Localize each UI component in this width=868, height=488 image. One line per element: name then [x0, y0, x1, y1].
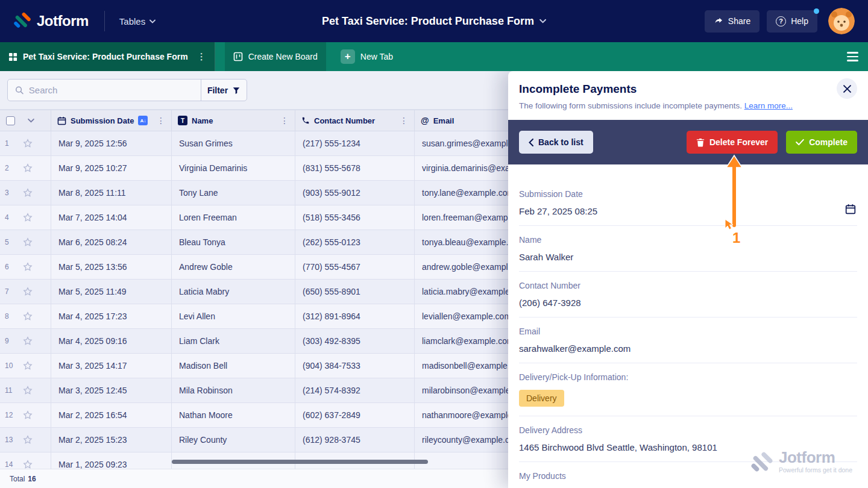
- tab-active-board[interactable]: Pet Taxi Service: Product Purchase Form …: [0, 42, 215, 71]
- cell-contact-number[interactable]: (312) 891-8964: [295, 304, 415, 328]
- cell-contact-number[interactable]: (612) 928-3745: [295, 428, 415, 452]
- cell-submission-date[interactable]: Mar 2, 2025 15:23: [51, 428, 172, 452]
- cell-name[interactable]: Levi Allen: [172, 304, 295, 328]
- cell-submission-date[interactable]: Mar 7, 2025 14:04: [51, 205, 172, 230]
- back-to-list-button[interactable]: Back to list: [519, 131, 593, 154]
- jotform-logo[interactable]: Jotform: [13, 11, 89, 31]
- column-kebab-icon[interactable]: ⋮: [400, 116, 408, 125]
- cell-submission-date[interactable]: Mar 9, 2025 12:56: [51, 131, 172, 155]
- cell-submission-date[interactable]: Mar 5, 2025 11:49: [51, 280, 172, 304]
- cell-submission-date[interactable]: Mar 1, 2025 09:23: [51, 452, 172, 469]
- row-select-cell[interactable]: 12: [0, 403, 51, 427]
- star-icon[interactable]: [23, 213, 33, 222]
- row-select-cell[interactable]: 6: [0, 255, 51, 279]
- star-icon[interactable]: [23, 311, 33, 321]
- close-panel-button[interactable]: [837, 78, 857, 99]
- cell-contact-number[interactable]: (262) 555-0123: [295, 230, 415, 254]
- row-select-cell[interactable]: 9: [0, 329, 51, 353]
- tab-list-menu-button[interactable]: [837, 42, 868, 71]
- column-kebab-icon[interactable]: ⋮: [157, 116, 165, 125]
- delivery-badge[interactable]: Delivery: [519, 390, 564, 407]
- cell-name[interactable]: Liam Clark: [172, 329, 295, 353]
- cell-name[interactable]: Nathan Moore: [172, 403, 295, 427]
- form-title[interactable]: Pet Taxi Service: Product Purchase Form: [322, 15, 546, 28]
- row-select-cell[interactable]: 4: [0, 205, 51, 230]
- search-input[interactable]: [29, 85, 193, 95]
- row-select-cell[interactable]: 3: [0, 181, 51, 205]
- field-value[interactable]: sarahwalker@example.com: [519, 343, 857, 354]
- cell-submission-date[interactable]: Mar 8, 2025 11:11: [51, 181, 172, 205]
- cell-submission-date[interactable]: Mar 5, 2025 13:56: [51, 255, 172, 279]
- cell-name[interactable]: Virginia Demarinis: [172, 156, 295, 180]
- star-icon[interactable]: [23, 163, 33, 173]
- cell-name[interactable]: Madison Bell: [172, 354, 295, 378]
- tab-menu-kebab-icon[interactable]: ⋮: [197, 51, 206, 62]
- star-icon[interactable]: [23, 361, 33, 371]
- calendar-icon[interactable]: [845, 204, 856, 217]
- field-value[interactable]: (206) 647-3928: [519, 298, 857, 308]
- star-icon[interactable]: [23, 262, 33, 272]
- cell-name[interactable]: Loren Freeman: [172, 205, 295, 230]
- cell-contact-number[interactable]: (770) 555-4567: [295, 255, 415, 279]
- cell-name[interactable]: Susan Grimes: [172, 131, 295, 155]
- column-header-contact-number[interactable]: Contact Number ⋮: [295, 110, 415, 131]
- row-select-cell[interactable]: 2: [0, 156, 51, 180]
- row-select-cell[interactable]: 8: [0, 304, 51, 328]
- create-new-board-button[interactable]: Create New Board: [225, 42, 326, 71]
- row-select-cell[interactable]: 7: [0, 280, 51, 304]
- learn-more-link[interactable]: Learn more...: [744, 101, 793, 110]
- cell-submission-date[interactable]: Mar 3, 2025 12:45: [51, 378, 172, 402]
- cell-submission-date[interactable]: Mar 9, 2025 10:27: [51, 156, 172, 180]
- cell-contact-number[interactable]: (904) 384-7533: [295, 354, 415, 378]
- cell-name[interactable]: Riley County: [172, 428, 295, 452]
- row-select-cell[interactable]: 14: [0, 452, 51, 469]
- star-icon[interactable]: [23, 435, 33, 445]
- cell-submission-date[interactable]: Mar 4, 2025 09:16: [51, 329, 172, 353]
- cell-contact-number[interactable]: (650) 555-8901: [295, 280, 415, 304]
- star-icon[interactable]: [23, 188, 33, 198]
- star-icon[interactable]: [23, 336, 33, 346]
- column-header-name[interactable]: T Name ⋮: [172, 110, 295, 131]
- user-avatar[interactable]: [828, 8, 855, 34]
- star-icon[interactable]: [23, 287, 33, 296]
- cell-contact-number[interactable]: (214) 574-8392: [295, 378, 415, 402]
- cell-name[interactable]: Laticia Mabry: [172, 280, 295, 304]
- cell-contact-number[interactable]: (602) 637-2849: [295, 403, 415, 427]
- field-value[interactable]: Sarah Walker: [519, 252, 857, 262]
- cell-submission-date[interactable]: Mar 6, 2025 08:24: [51, 230, 172, 254]
- cell-name[interactable]: Mila Robinson: [172, 378, 295, 402]
- star-icon[interactable]: [23, 410, 33, 420]
- tables-menu[interactable]: Tables: [104, 11, 156, 31]
- star-icon[interactable]: [23, 460, 33, 469]
- row-select-cell[interactable]: 1: [0, 131, 51, 155]
- chevron-down-icon[interactable]: [28, 118, 34, 123]
- new-tab-button[interactable]: + New Tab: [332, 42, 401, 71]
- column-kebab-icon[interactable]: ⋮: [280, 116, 289, 125]
- complete-button[interactable]: Complete: [786, 131, 857, 154]
- help-button[interactable]: ? Help: [767, 10, 817, 33]
- column-header-submission-date[interactable]: Submission Date A↓ ⋮: [51, 110, 172, 131]
- horizontal-scrollbar[interactable]: [172, 460, 428, 464]
- select-all-header[interactable]: [0, 110, 51, 131]
- star-icon[interactable]: [23, 386, 33, 395]
- star-icon[interactable]: [23, 237, 33, 247]
- share-button[interactable]: Share: [705, 10, 760, 33]
- cell-contact-number[interactable]: (303) 492-8395: [295, 329, 415, 353]
- row-select-cell[interactable]: 5: [0, 230, 51, 254]
- cell-name[interactable]: Tony Lane: [172, 181, 295, 205]
- cell-submission-date[interactable]: Mar 4, 2025 17:23: [51, 304, 172, 328]
- cell-name[interactable]: Andrew Goble: [172, 255, 295, 279]
- cell-submission-date[interactable]: Mar 2, 2025 16:54: [51, 403, 172, 427]
- cell-name[interactable]: Bleau Tonya: [172, 230, 295, 254]
- row-select-cell[interactable]: 11: [0, 378, 51, 402]
- filter-button[interactable]: Filter: [201, 80, 247, 101]
- select-all-checkbox[interactable]: [6, 116, 15, 125]
- cell-contact-number[interactable]: (831) 555-5678: [295, 156, 415, 180]
- star-icon[interactable]: [23, 139, 33, 148]
- row-select-cell[interactable]: 10: [0, 354, 51, 378]
- delete-forever-button[interactable]: Delete Forever: [687, 131, 778, 154]
- row-select-cell[interactable]: 13: [0, 428, 51, 452]
- cell-contact-number[interactable]: (217) 555-1234: [295, 131, 415, 155]
- cell-submission-date[interactable]: Mar 3, 2025 14:17: [51, 354, 172, 378]
- cell-contact-number[interactable]: (518) 555-3456: [295, 205, 415, 230]
